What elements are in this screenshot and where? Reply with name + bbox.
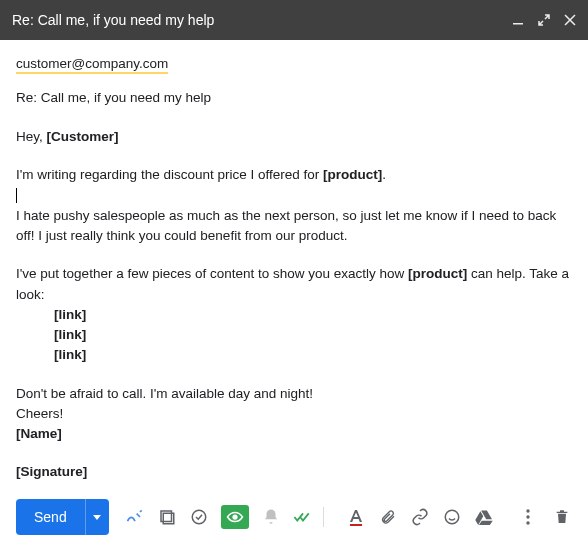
body-line-2: I hate pushy salespeople as much as the … — [16, 206, 572, 247]
svg-rect-0 — [513, 23, 523, 25]
tracking-eye-icon[interactable] — [221, 505, 249, 529]
svg-rect-5 — [350, 524, 362, 526]
greeting-line: Hey, [Customer] — [16, 127, 572, 147]
subject-field[interactable]: Re: Call me, if you need my help — [16, 90, 572, 105]
signature-line: [Signature] — [16, 462, 572, 482]
send-group: Send — [16, 499, 109, 535]
svg-point-9 — [526, 521, 529, 524]
body-line-1: I'm writing regarding the discount price… — [16, 165, 572, 185]
svg-point-6 — [445, 510, 459, 524]
expand-icon[interactable] — [538, 14, 550, 26]
svg-point-8 — [526, 515, 529, 518]
link-1: [link] — [16, 305, 572, 325]
window-title: Re: Call me, if you need my help — [12, 12, 512, 28]
attach-icon[interactable] — [378, 507, 398, 527]
task-check-icon[interactable] — [189, 507, 209, 527]
name-line: [Name] — [16, 424, 572, 444]
more-options-icon[interactable] — [518, 507, 538, 527]
window-controls — [512, 14, 576, 26]
tool-icons-format — [346, 507, 494, 527]
body-line-3: I've put together a few pieces of conten… — [16, 264, 572, 305]
compose-content: customer@company.com Re: Call me, if you… — [0, 40, 588, 490]
cursor-line — [16, 186, 572, 206]
link-2: [link] — [16, 325, 572, 345]
svg-point-4 — [233, 515, 237, 519]
drive-icon[interactable] — [474, 507, 494, 527]
minimize-icon[interactable] — [512, 14, 524, 26]
toolbar-separator — [323, 507, 324, 527]
link-3: [link] — [16, 345, 572, 365]
compose-toolbar: Send — [0, 490, 588, 544]
window-titlebar: Re: Call me, if you need my help — [0, 0, 588, 40]
close-icon[interactable] — [564, 14, 576, 26]
email-body[interactable]: Hey, [Customer] I'm writing regarding th… — [16, 127, 572, 483]
send-more-button[interactable] — [85, 499, 109, 535]
emoji-icon[interactable] — [442, 507, 462, 527]
send-button[interactable]: Send — [16, 499, 85, 535]
svg-point-3 — [192, 510, 206, 524]
templates-icon[interactable] — [157, 507, 177, 527]
double-check-icon[interactable] — [293, 507, 313, 527]
reminder-bell-icon[interactable] — [261, 507, 281, 527]
svg-point-7 — [526, 509, 529, 512]
text-format-icon[interactable] — [346, 507, 366, 527]
cheers-line: Cheers! — [16, 404, 572, 424]
signature-pen-icon[interactable] — [125, 507, 145, 527]
link-icon[interactable] — [410, 507, 430, 527]
to-field[interactable]: customer@company.com — [16, 56, 168, 74]
tool-icons-right — [518, 507, 572, 527]
tool-icons-left — [125, 505, 313, 529]
closing-line: Don't be afraid to call. I'm available d… — [16, 384, 572, 404]
trash-icon[interactable] — [552, 507, 572, 527]
